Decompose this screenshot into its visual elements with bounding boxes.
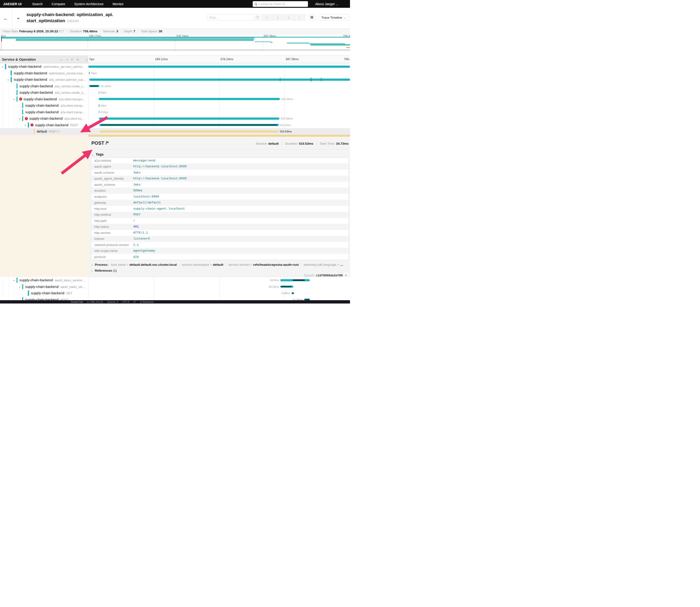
span-name-cell[interactable]: ⌄supply-chain-backendoptimization_api.st… <box>0 63 88 70</box>
status-bar-item[interactable]: Ln 198, Col 26 <box>87 300 103 303</box>
chevron-down-icon[interactable]: ⌄ <box>18 117 21 120</box>
span-duration-bar[interactable] <box>280 279 310 281</box>
tags-section-toggle[interactable]: ⌄Tags <box>92 152 104 156</box>
tag-row[interactable]: gatewaydefault/default <box>91 200 349 206</box>
span-name-cell[interactable]: ⌄!supply-chain-backenda2a.client.transpo… <box>0 96 88 102</box>
column-resize-handle[interactable]: || <box>86 58 87 61</box>
find-prev-button[interactable]: ∧ <box>273 15 283 21</box>
tag-row[interactable]: aauth.schemeJwks <box>91 170 349 176</box>
minimap-canvas[interactable] <box>0 36 350 50</box>
span-duration-bar[interactable] <box>89 79 350 81</box>
span-name-cell[interactable]: supply-chain-backenda2a.client.transp… <box>0 102 88 109</box>
span-name-cell[interactable]: ⌄!supply-chain-backenda2a.client.tra… <box>0 115 88 122</box>
span-bar-cell[interactable]: 516.05ms <box>88 96 350 102</box>
find-input[interactable]: Find... <box>207 15 254 21</box>
process-section-toggle[interactable]: › Process: host.name = default.default.s… <box>92 263 350 267</box>
expand-one-icon[interactable]: › <box>66 58 67 61</box>
about-jaeger-menu[interactable]: About Jaeger⌄ <box>315 2 338 6</box>
tag-row[interactable]: endpointlocalhost:9999 <box>91 194 349 200</box>
trace-id-search[interactable]: Lookup by Trace ID... <box>253 1 308 7</box>
find-clear-button[interactable]: × <box>294 15 305 21</box>
span-bar-cell[interactable]: 410μs <box>88 109 350 116</box>
tag-key: a2a.method <box>91 159 133 162</box>
nav-item-compare[interactable]: Compare <box>52 2 65 6</box>
span-duration-bar[interactable] <box>99 98 280 100</box>
trace-collapse-toggle[interactable]: ⌄ <box>16 15 20 21</box>
tag-row[interactable]: duration509ms <box>91 188 349 194</box>
span-duration-bar[interactable] <box>292 292 294 294</box>
collapse-all-icon[interactable]: » <box>71 59 74 60</box>
status-bar-item[interactable]: Spaces: 4 <box>107 300 118 303</box>
tag-row[interactable]: network.protocol.version1.1 <box>91 242 349 248</box>
span-name-cell[interactable]: supply-chain-backenda2a_service.create_c… <box>0 83 88 89</box>
span-bar-cell[interactable]: 512.5ms <box>88 122 350 128</box>
tag-row[interactable]: aauth.agenthttp://backend.localhost:8000 <box>91 164 349 170</box>
status-bar-item[interactable]: LF <box>133 300 136 303</box>
trace-minimap[interactable]: 0μs189.12ms378.24ms567.36ms756.48m <box>0 34 350 51</box>
span-bar-cell[interactable]: 510.53ms <box>88 128 350 135</box>
tag-row[interactable]: http.methodPOST <box>91 212 349 218</box>
tag-row[interactable]: a2a.methodmessage/send <box>91 158 349 164</box>
chevron-down-icon[interactable]: ⌄ <box>18 285 21 288</box>
status-bar-item[interactable]: {} Markdown <box>140 300 154 303</box>
tag-row[interactable]: listenerlistener0 <box>91 236 349 242</box>
span-bar-cell[interactable]: 78μs <box>88 70 350 77</box>
span-duration-bar[interactable] <box>88 66 350 68</box>
span-bar-cell[interactable]: 16μs <box>88 102 350 109</box>
span-duration-bar[interactable] <box>280 286 293 288</box>
span-bar-cell[interactable]: 3.68ms <box>88 290 350 296</box>
chevron-down-icon[interactable]: ⌄ <box>24 123 26 126</box>
references-section-toggle[interactable]: › References (1) <box>92 269 350 272</box>
span-name-cell[interactable]: supply-chain-backenda2a.client.transp… <box>0 109 88 116</box>
find-next-button[interactable]: ∨ <box>283 15 294 21</box>
span-duration-bar[interactable] <box>89 85 99 87</box>
span-duration-bar[interactable] <box>99 118 279 120</box>
span-duration-bar[interactable] <box>99 124 279 126</box>
span-bar-cell[interactable]: 55μs <box>88 89 350 96</box>
tag-row[interactable]: http.path/ <box>91 218 349 224</box>
nav-item-search[interactable]: Search <box>32 2 42 6</box>
chevron-down-icon[interactable]: ⌄ <box>13 97 15 101</box>
tag-row[interactable]: http.hostsupply-chain-agent.localhost <box>91 206 349 212</box>
span-bar-cell[interactable]: 36.33ms <box>88 284 350 290</box>
chevron-down-icon[interactable]: ⌄ <box>1 65 3 68</box>
minimap-scrub-handle[interactable] <box>1 36 2 42</box>
tag-row[interactable]: http.status401 <box>91 224 349 230</box>
span-name-cell[interactable]: ⌄supply-chain-backendaauth_token_service… <box>0 277 88 284</box>
tag-row[interactable]: otel.scope.nameagentgateway <box>91 248 349 254</box>
trace-view-select[interactable]: Trace Timeline⌄ <box>318 15 349 21</box>
tag-row[interactable]: http.versionHTTP/1.1 <box>91 230 349 236</box>
back-button[interactable]: ← <box>3 16 8 21</box>
span-name-cell[interactable]: supply-chain-backenda2a_service.create_o… <box>0 89 88 96</box>
find-help-button[interactable]: ? <box>254 15 262 21</box>
span-duration-bar[interactable] <box>100 130 278 133</box>
span-name-cell[interactable]: ⌄!supply-chain-backendPOST <box>0 122 88 128</box>
tag-row[interactable]: protocola2a <box>91 254 349 260</box>
expand-all-icon[interactable]: » <box>77 58 78 61</box>
nav-item-monitor[interactable]: Monitor <box>113 2 124 6</box>
span-name-cell[interactable]: ⌄supply-chain-backendaauth_token_ser… <box>0 284 88 290</box>
status-bar-item[interactable]: Cursor Tab <box>71 300 83 303</box>
status-bar-item[interactable]: UTF-8 <box>122 300 129 303</box>
find-focus-button[interactable]: ⌖ <box>262 15 273 21</box>
critical-path-stripe <box>305 299 309 300</box>
nav-item-system-architecture[interactable]: System Architecture <box>74 2 104 6</box>
collapse-one-icon[interactable]: ⌄ <box>60 58 63 61</box>
span-name-cell[interactable]: supply-chain-backendGET <box>0 290 88 296</box>
span-name-cell[interactable]: ⌄supply-chain-backenda2a_service.optimiz… <box>0 76 88 83</box>
jaeger-logo[interactable]: JAEGER UI <box>3 2 21 6</box>
chevron-down-icon[interactable]: ⌄ <box>13 278 15 281</box>
span-bar-cell[interactable]: 31.16ms <box>88 83 350 89</box>
span-bar-cell[interactable]: 84.9ms <box>88 277 350 284</box>
span-name-cell[interactable]: supply-chain-backendoptimization_service… <box>0 70 88 77</box>
span-bar-cell[interactable]: 514.55ms <box>88 115 350 122</box>
span-bar-cell[interactable] <box>88 76 350 83</box>
tag-value: POST <box>133 213 141 216</box>
span-name-cell[interactable]: defaultPOST /* <box>0 128 88 135</box>
tag-row[interactable]: aauth_agent_identityhttp://backend.local… <box>91 175 349 182</box>
span-event-mark <box>311 78 312 81</box>
shortcuts-button[interactable]: ⌘ <box>308 15 316 21</box>
span-bar-cell[interactable] <box>88 63 350 70</box>
chevron-down-icon[interactable]: ⌄ <box>7 78 9 81</box>
tag-row[interactable]: aauth_schemeJwks <box>91 182 349 188</box>
